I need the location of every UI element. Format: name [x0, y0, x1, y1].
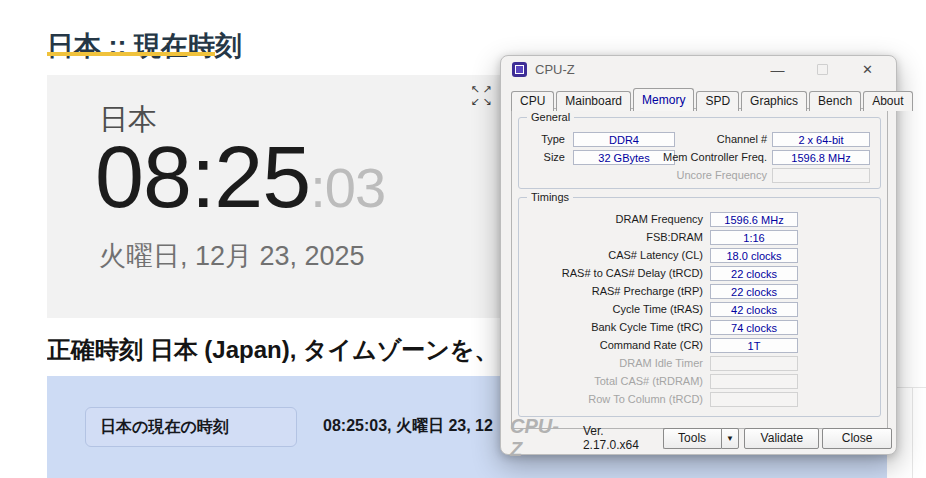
- timing-value: [710, 374, 798, 389]
- timing-value: 42 clocks: [710, 302, 798, 317]
- close-button[interactable]: Close: [822, 428, 892, 449]
- timing-label: FSB:DRAM: [531, 231, 703, 243]
- cpuz-app-icon: [512, 62, 527, 77]
- tab-about[interactable]: About: [863, 91, 912, 111]
- timing-label: Cycle Time (tRAS): [531, 303, 703, 315]
- minimize-button[interactable]: —: [755, 56, 800, 83]
- general-field-row: Uncore Frequency: [615, 166, 870, 184]
- timing-row: Row To Column (tRCD): [531, 390, 798, 408]
- expand-arrow-se: ↘: [481, 95, 493, 107]
- timing-value: [710, 392, 798, 407]
- general-field-label: Channel #: [615, 133, 767, 145]
- fullscreen-expand-icon[interactable]: ↖ ↗ ↙ ↘: [469, 83, 495, 107]
- cpuz-footer: CPU-Z Ver. 2.17.0.x64 Tools ▼ Validate C…: [510, 427, 892, 449]
- timing-label: RAS# Precharge (tRP): [531, 285, 703, 297]
- expand-arrow-nw: ↖: [469, 83, 481, 95]
- tab-memory[interactable]: Memory: [633, 88, 694, 111]
- general-field-label: Type: [531, 133, 565, 145]
- timing-value: 1596.6 MHz: [710, 212, 798, 227]
- window-controls: — ✕: [755, 56, 890, 83]
- timing-label: Row To Column (tRCD): [531, 393, 703, 405]
- general-field-label: Uncore Frequency: [615, 169, 767, 181]
- timing-row: Bank Cycle Time (tRC)74 clocks: [531, 318, 798, 336]
- timing-label: DRAM Frequency: [531, 213, 703, 225]
- cpuz-titlebar[interactable]: CPU-Z — ✕: [501, 56, 896, 83]
- cpuz-logo: CPU-Z: [510, 415, 571, 461]
- timing-row: RAS# Precharge (tRP)22 clocks: [531, 282, 798, 300]
- timing-value: 1T: [710, 338, 798, 353]
- general-field-value: [772, 168, 870, 183]
- maximize-icon: [817, 64, 828, 75]
- general-field-label: Mem Controller Freq.: [615, 151, 767, 163]
- general-legend: General: [527, 111, 574, 123]
- general-field-row: Mem Controller Freq.1596.8 MHz: [615, 148, 870, 166]
- clock-card: ↖ ↗ ↙ ↘ 日本 08:25:03 火曜日, 12月 23, 2025: [47, 75, 505, 318]
- page-title: 日本 :: 現在時刻: [47, 28, 242, 64]
- general-right-fields: Channel #2 x 64-bitMem Controller Freq.1…: [615, 130, 870, 184]
- general-field-row: Channel #2 x 64-bit: [615, 130, 870, 148]
- general-groupbox: General TypeDDR4Size32 GBytes Channel #2…: [518, 117, 881, 189]
- expand-arrow-ne: ↗: [481, 83, 493, 95]
- timing-row: Command Rate (CR)1T: [531, 336, 798, 354]
- close-window-button[interactable]: ✕: [845, 56, 890, 83]
- timing-value: 18.0 clocks: [710, 248, 798, 263]
- timing-value: [710, 356, 798, 371]
- timing-value: 22 clocks: [710, 266, 798, 281]
- timing-row: RAS# to CAS# Delay (tRCD)22 clocks: [531, 264, 798, 282]
- tab-mainboard[interactable]: Mainboard: [556, 91, 631, 111]
- cpuz-version: Ver. 2.17.0.x64: [583, 424, 663, 452]
- general-field-value: 1596.8 MHz: [772, 150, 870, 165]
- tab-graphics[interactable]: Graphics: [741, 91, 807, 111]
- tab-spd[interactable]: SPD: [696, 91, 739, 111]
- timing-row: DRAM Frequency1596.6 MHz: [531, 210, 798, 228]
- timing-label: RAS# to CAS# Delay (tRCD): [531, 267, 703, 279]
- timing-value: 74 clocks: [710, 320, 798, 335]
- clock-time-seconds: :03: [310, 156, 385, 219]
- cpuz-window-title: CPU-Z: [535, 62, 575, 77]
- clock-time: 08:25:03: [95, 133, 385, 221]
- background-divider-vertical: [912, 387, 913, 478]
- timing-row: DRAM Idle Timer: [531, 354, 798, 372]
- general-field-label: Size: [531, 151, 565, 163]
- timing-row: CAS# Latency (CL)18.0 clocks: [531, 246, 798, 264]
- timing-label: Total CAS# (tRDRAM): [531, 375, 703, 387]
- maximize-button[interactable]: [800, 56, 845, 83]
- info-row-label: 日本の現在の時刻: [85, 407, 297, 447]
- clock-time-hm: 08:25: [95, 127, 310, 226]
- general-field-value: 2 x 64-bit: [772, 132, 870, 147]
- tab-cpu[interactable]: CPU: [511, 91, 554, 111]
- cpuz-tabbar: CPUMainboardMemorySPDGraphicsBenchAbout: [511, 87, 915, 110]
- timings-rows: DRAM Frequency1596.6 MHzFSB:DRAM1:16CAS#…: [531, 210, 798, 408]
- timing-label: Command Rate (CR): [531, 339, 703, 351]
- cpuz-window: CPU-Z — ✕ CPUMainboardMemorySPDGraphicsB…: [500, 55, 897, 455]
- timing-row: Total CAS# (tRDRAM): [531, 372, 798, 390]
- memory-tab-page: General TypeDDR4Size32 GBytes Channel #2…: [511, 108, 888, 429]
- timings-legend: Timings: [527, 191, 573, 203]
- tools-dropdown-caret[interactable]: ▼: [721, 428, 740, 449]
- timing-label: Bank Cycle Time (tRC): [531, 321, 703, 333]
- timings-groupbox: Timings DRAM Frequency1596.6 MHzFSB:DRAM…: [518, 197, 881, 417]
- validate-button[interactable]: Validate: [744, 428, 819, 449]
- timing-row: FSB:DRAM1:16: [531, 228, 798, 246]
- clock-date: 火曜日, 12月 23, 2025: [99, 238, 365, 274]
- timing-value: 22 clocks: [710, 284, 798, 299]
- timing-value: 1:16: [710, 230, 798, 245]
- info-row-value: 08:25:03, 火曜日 23, 12: [323, 416, 493, 437]
- tools-button[interactable]: Tools: [663, 428, 721, 449]
- tab-bench[interactable]: Bench: [809, 91, 861, 111]
- title-accent-underline: [47, 52, 215, 56]
- timing-label: CAS# Latency (CL): [531, 249, 703, 261]
- timing-row: Cycle Time (tRAS)42 clocks: [531, 300, 798, 318]
- timing-label: DRAM Idle Timer: [531, 357, 703, 369]
- expand-arrow-sw: ↙: [469, 95, 481, 107]
